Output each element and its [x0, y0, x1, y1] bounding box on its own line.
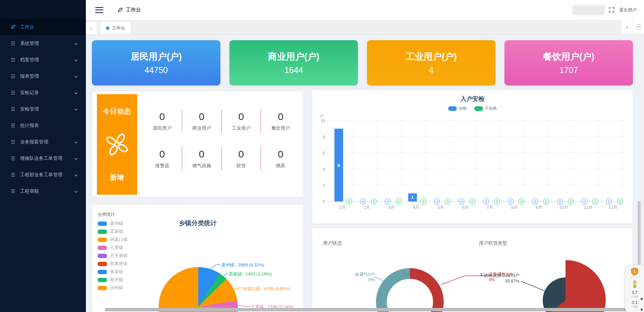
today-stat-item: 0报警器	[143, 145, 182, 172]
sidebar: 工作台☰系统管理☰档案管理☰报表管理☰安检记录☰安检管理☰统计报表☰业务报装管理…	[0, 0, 86, 312]
sidebar-item-5[interactable]: ☰安检记录	[0, 84, 86, 101]
vertical-scrollbar-thumb[interactable]	[638, 201, 641, 265]
y-axis-tick: 2	[314, 183, 325, 188]
today-stat-label: 燃具	[276, 163, 285, 169]
header: 工作台 退出用户	[86, 0, 644, 20]
menu-lines-icon: ☰	[9, 139, 17, 145]
tab-workbench[interactable]: 工作台	[101, 22, 130, 34]
township-pie-panel: 分类统计 肃州镇莫高镇转渠口镇七里镇月牙泉镇郭家堡镇黄渠镇阳关镇沙州镇 乡镇分类…	[92, 204, 304, 312]
bar-chart-legend: 合格不合格	[312, 106, 633, 111]
tab-scroll-left-icon[interactable]: ‹	[86, 22, 97, 34]
today-stat-value: 0	[238, 148, 244, 160]
stat-card-label: 工业用户(户)	[406, 51, 457, 63]
today-stat-label: 报警器	[155, 163, 169, 169]
legend-chip	[98, 270, 107, 274]
sidebar-item-label: 安检管理	[20, 106, 74, 112]
chevron-down-icon	[74, 74, 78, 79]
main-content: 居民用户(户)44750商业用户(户)1644工业用户(户)4餐饮用户(户)17…	[86, 35, 644, 312]
sidebar-item-11[interactable]: ☰工程审核	[0, 183, 86, 199]
pie-legend-item[interactable]: 阳关镇	[98, 276, 127, 284]
pie-legend-item[interactable]: 郭家堡镇	[98, 260, 127, 268]
sidebar-item-2[interactable]: ☰系统管理	[0, 35, 86, 52]
today-dynamics-panel: 今日动态 新增 0居民用户0商业用户0工业用户0餐饮用户0报警器0燃气设施0软管…	[92, 91, 304, 197]
today-stat-item: 0餐饮用户	[261, 108, 300, 134]
rose-label-steel-hose: 不锈钢波纹管2693户 35.87%	[452, 272, 520, 284]
legend-name: 莫高镇	[110, 229, 123, 235]
sidebar-item-1[interactable]: 工作台	[0, 19, 86, 35]
menu-lines-icon: ☰	[9, 73, 17, 79]
today-dynamics-banner: 今日动态 新增	[97, 94, 137, 195]
network-monitor-widget[interactable]: 1 1.7 ↑ K/s 0.1 ↓ K/s	[625, 265, 644, 312]
sidebar-item-label: 档案管理	[20, 57, 74, 63]
sidebar-item-label: 工程审核	[20, 188, 74, 194]
legend-name: 阳关镇	[110, 277, 123, 283]
zero-marker-qualified: 0	[582, 198, 587, 205]
pie-legend-item[interactable]: 月牙泉镇	[98, 252, 127, 260]
widget-expand-icon[interactable]	[641, 308, 643, 311]
pie-legend-item[interactable]: 转渠口镇	[98, 236, 127, 244]
today-stat-label: 商业用户	[192, 125, 211, 131]
sidebar-item-4[interactable]: ☰报表管理	[0, 68, 86, 84]
today-stat-label: 燃气设施	[192, 163, 211, 169]
stat-card-label: 居民用户(户)	[130, 51, 182, 63]
pie-legend-item[interactable]: 沙州镇	[98, 284, 127, 292]
bar-value-label: 1	[408, 195, 417, 200]
sidebar-item-7[interactable]: ☰统计报表	[0, 117, 86, 134]
page-title: 工作台	[126, 7, 141, 13]
pinwheel-icon	[102, 129, 132, 160]
close-tabs-icon[interactable]: ✕	[633, 20, 644, 34]
temperature-capsule-icon	[633, 280, 637, 289]
gridline	[549, 121, 549, 201]
legend-chip	[98, 238, 107, 242]
horizontal-scrollbar[interactable]	[105, 308, 641, 311]
security-shield-icon[interactable]: 1	[631, 267, 639, 276]
menu-lines-icon: ☰	[9, 155, 17, 162]
today-stat-item: 0居民用户	[143, 108, 182, 134]
sidebar-item-6[interactable]: ☰安检管理	[0, 101, 86, 117]
x-axis-label: 12月	[601, 204, 625, 210]
sidebar-item-3[interactable]: ☰档案管理	[0, 52, 86, 68]
today-stats-grid: 0居民用户0商业用户0工业用户0餐饮用户0报警器0燃气设施0软管0燃具	[143, 102, 300, 177]
sidebar-item-label: 报表管理	[20, 73, 74, 79]
gridline	[426, 121, 426, 201]
leaf-icon	[117, 7, 123, 13]
tab-scroll-right-icon[interactable]: ›	[621, 20, 633, 34]
sidebar-item-8[interactable]: ☰业务报装管理	[0, 134, 86, 150]
sidebar-item-9[interactable]: ☰维修队业务工单管理	[0, 150, 86, 167]
widget-collapse-icon[interactable]	[640, 298, 643, 300]
gridline	[327, 120, 623, 121]
download-speed: 0.1 ↓ K/s	[631, 301, 638, 309]
pie-legend: 肃州镇莫高镇转渠口镇七里镇月牙泉镇郭家堡镇黄渠镇阳关镇沙州镇	[98, 220, 127, 292]
gridline	[327, 121, 328, 201]
pie-legend-item[interactable]: 黄渠镇	[98, 268, 127, 276]
today-stats-row: 0居民用户0商业用户0工业用户0餐饮用户	[143, 102, 300, 140]
gridline	[598, 121, 598, 201]
zero-marker-unqualified: 0	[470, 198, 475, 205]
today-title: 今日动态	[103, 107, 131, 116]
zero-marker-qualified: 0	[557, 198, 563, 205]
hamburger-menu-icon[interactable]	[95, 7, 103, 13]
bar-qualified: 1	[408, 193, 417, 201]
pie-legend-item[interactable]: 莫高镇	[98, 228, 127, 236]
sidebar-item-label: 统计报表	[20, 123, 78, 129]
legend-name: 合格	[459, 106, 467, 111]
chevron-down-icon	[74, 156, 78, 161]
pie-legend-item[interactable]: 七里镇	[98, 244, 127, 252]
fullscreen-icon[interactable]	[609, 7, 614, 13]
x-axis-label: 5月	[428, 204, 453, 210]
header-right: 退出用户	[573, 6, 644, 14]
zero-marker-qualified: 0	[434, 198, 440, 205]
inspection-bar-chart-panel: 入户安检 合格不合格 户 0246810 9000001000000000000…	[312, 90, 633, 224]
logout-button[interactable]: 退出用户	[619, 7, 637, 13]
x-axis-label: 2月	[355, 204, 379, 210]
sidebar-item-label: 维修队业务工单管理	[20, 155, 74, 162]
zero-marker-unqualified: 0	[371, 198, 377, 205]
today-stat-value: 0	[159, 148, 165, 160]
gridline	[377, 121, 377, 201]
today-stat-label: 居民用户	[153, 125, 171, 131]
today-stat-value: 0	[199, 148, 205, 160]
legend-item[interactable]: 不合格	[474, 106, 497, 111]
chevron-down-icon	[74, 41, 78, 46]
sidebar-item-10[interactable]: ☰工程部业务工单管理	[0, 167, 86, 183]
legend-item[interactable]: 合格	[448, 106, 467, 111]
